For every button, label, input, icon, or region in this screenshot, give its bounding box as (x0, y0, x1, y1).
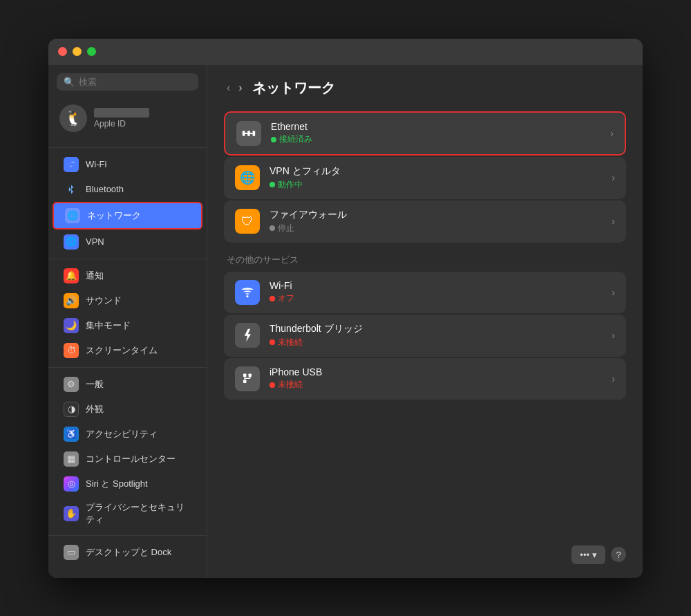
desktop-icon: ▭ (64, 545, 79, 560)
vpn-icon: 🌐 (64, 234, 79, 250)
thunderbolt-chevron: › (612, 330, 615, 341)
search-input[interactable] (79, 77, 191, 87)
divider-2 (48, 259, 207, 259)
firewall-status-dot (269, 225, 275, 231)
wifi-service-name: Wi-Fi (269, 280, 612, 291)
sidebar-label-general: 一般 (86, 378, 104, 391)
sidebar-label-bluetooth: Bluetooth (86, 184, 124, 194)
ethernet-icon (236, 121, 261, 146)
thunderbolt-status-text: 未接続 (278, 337, 303, 348)
apple-id-label: Apple ID (94, 119, 149, 129)
ethernet-info: Ethernet 接続済み (271, 121, 610, 145)
wifi-service-chevron: › (612, 287, 615, 298)
thunderbolt-info: Thunderbolt ブリッジ 未接続 (269, 323, 612, 348)
divider-4 (48, 535, 207, 536)
sidebar-item-vpn[interactable]: 🌐 VPN (53, 230, 202, 254)
action-dropdown-icon: ▾ (592, 550, 597, 560)
forward-button[interactable]: › (236, 82, 245, 94)
accessibility-icon: ♿ (64, 427, 79, 442)
action-button[interactable]: ••• ▾ (571, 545, 605, 564)
sidebar-item-privacy[interactable]: ✋ プライバシーとセキュリティ (53, 496, 202, 531)
screentime-icon: ⏱ (64, 343, 79, 358)
sidebar-label-notification: 通知 (86, 270, 104, 282)
iphone-usb-status-dot (269, 382, 275, 388)
thunderbolt-name: Thunderbolt ブリッジ (269, 323, 612, 335)
sidebar-item-sound[interactable]: 🔊 サウンド (53, 288, 202, 313)
network-item-vpn[interactable]: 🌐 VPN とフィルタ 動作中 › (224, 157, 626, 199)
iphone-usb-status-text: 未接続 (278, 379, 303, 391)
vpn-filter-icon: 🌐 (235, 165, 260, 190)
wifi-service-status-text: オフ (278, 292, 294, 304)
network-item-firewall[interactable]: 🛡 ファイアウォール 停止 › (224, 200, 626, 243)
main-panel: ‹ › ネットワーク (207, 65, 643, 578)
network-list: Ethernet 接続済み › 🌐 VPN とフィルタ (224, 111, 626, 243)
ethernet-status-dot (271, 137, 276, 142)
iphone-usb-info: iPhone USB 未接続 (269, 366, 612, 391)
maximize-button[interactable] (87, 47, 96, 56)
sidebar-label-control: コントロールセンター (86, 453, 176, 465)
sidebar-item-screentime[interactable]: ⏱ スクリーンタイム (53, 338, 202, 363)
sidebar-item-appearance[interactable]: ◑ 外観 (53, 397, 202, 422)
sidebar-item-siri[interactable]: ◎ Siri と Spotlight (53, 472, 202, 496)
sidebar-label-network: ネットワーク (87, 209, 141, 222)
sidebar-label-sound: サウンド (86, 295, 122, 307)
firewall-info: ファイアウォール 停止 (269, 209, 612, 234)
sidebar-item-control[interactable]: ▦ コントロールセンター (53, 447, 202, 472)
network-item-iphone-usb[interactable]: iPhone USB 未接続 › (224, 358, 626, 400)
vpn-name: VPN とフィルタ (269, 165, 612, 178)
sidebar-label-siri: Siri と Spotlight (86, 478, 148, 490)
svg-rect-6 (243, 373, 247, 377)
sidebar-label-screentime: スクリーンタイム (86, 344, 158, 357)
sidebar-item-desktop[interactable]: ▭ デスクトップと Dock (53, 540, 202, 565)
network-icon: 🌐 (65, 208, 80, 223)
search-box[interactable]: 🔍 (57, 73, 198, 91)
sidebar-item-accessibility[interactable]: ♿ アクセシビリティ (53, 422, 202, 447)
sidebar-label-accessibility: アクセシビリティ (86, 428, 158, 440)
iphone-usb-status: 未接続 (269, 379, 612, 391)
iphone-usb-icon (235, 366, 260, 391)
sound-icon: 🔊 (64, 293, 79, 308)
firewall-chevron: › (612, 216, 615, 227)
divider-1 (48, 147, 207, 148)
back-button[interactable]: ‹ (224, 82, 233, 94)
other-services-list: Wi-Fi オフ › (224, 272, 626, 400)
help-button[interactable]: ? (611, 547, 626, 562)
sidebar-item-focus[interactable]: 🌙 集中モード (53, 313, 202, 338)
network-item-thunderbolt[interactable]: Thunderbolt ブリッジ 未接続 › (224, 315, 626, 357)
wifi-icon (64, 157, 79, 172)
vpn-status: 動作中 (269, 179, 612, 191)
content-area: 🔍 🐧 Apple ID Wi-Fi (48, 65, 643, 578)
iphone-usb-chevron: › (612, 373, 615, 384)
wifi-service-status: オフ (269, 292, 612, 304)
network-item-wifi[interactable]: Wi-Fi オフ › (224, 272, 626, 313)
vpn-chevron: › (612, 172, 615, 183)
firewall-status-text: 停止 (278, 223, 294, 234)
sidebar-label-wifi: Wi-Fi (86, 159, 106, 169)
sidebar-item-network[interactable]: 🌐 ネットワーク (53, 202, 202, 230)
thunderbolt-status-dot (269, 339, 275, 345)
svg-rect-7 (249, 373, 252, 377)
profile-info: Apple ID (94, 108, 149, 129)
profile-section[interactable]: 🐧 Apple ID (48, 99, 207, 138)
svg-rect-2 (253, 131, 256, 136)
action-button-label: ••• (580, 550, 589, 560)
divider-3 (48, 367, 207, 368)
vpn-status-text: 動作中 (278, 179, 303, 191)
ethernet-name: Ethernet (271, 121, 610, 132)
sidebar-item-wifi[interactable]: Wi-Fi (53, 152, 202, 177)
profile-name (94, 108, 149, 118)
firewall-icon: 🛡 (235, 209, 260, 234)
sidebar-item-bluetooth[interactable]: Bluetooth (53, 177, 202, 202)
sidebar-item-notification[interactable]: 🔔 通知 (53, 263, 202, 288)
search-icon: 🔍 (64, 77, 75, 87)
avatar: 🐧 (59, 104, 87, 132)
svg-point-5 (246, 295, 248, 297)
minimize-button[interactable] (73, 47, 82, 56)
wifi-service-icon (235, 280, 260, 305)
appearance-icon: ◑ (64, 402, 79, 417)
network-item-ethernet[interactable]: Ethernet 接続済み › (224, 111, 626, 156)
vpn-status-dot (269, 182, 275, 187)
ethernet-status-text: 接続済み (279, 133, 312, 145)
sidebar-item-general[interactable]: ⚙ 一般 (53, 372, 202, 397)
close-button[interactable] (58, 47, 67, 56)
